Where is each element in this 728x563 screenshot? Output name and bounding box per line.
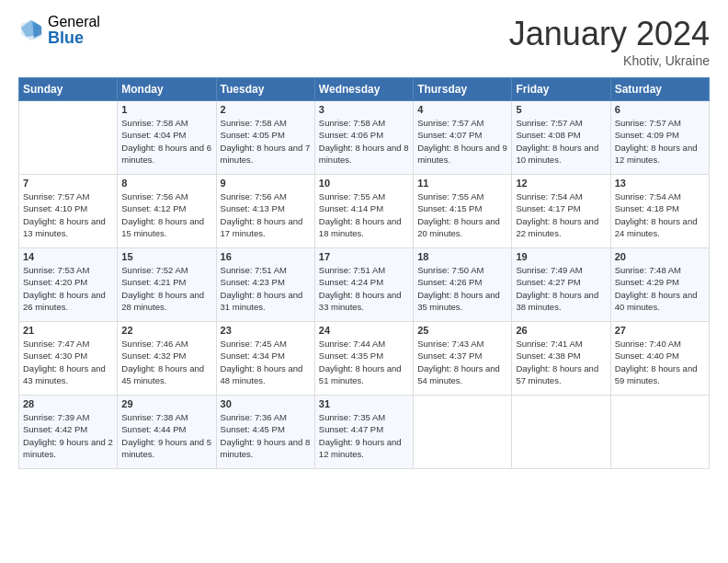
calendar-week-row: 7Sunrise: 7:57 AMSunset: 4:10 PMDaylight… [19,175,710,248]
calendar-cell: 25Sunrise: 7:43 AMSunset: 4:37 PMDayligh… [414,322,512,396]
daylight: Daylight: 8 hours and 9 minutes. [417,143,507,165]
day-number: 18 [417,251,507,262]
cell-content: Sunrise: 7:54 AMSunset: 4:18 PMDaylight:… [615,190,705,239]
day-number: 2 [221,104,311,115]
daylight: Daylight: 9 hours and 5 minutes. [121,437,211,459]
sunset: Sunset: 4:32 PM [121,350,186,361]
sunset: Sunset: 4:24 PM [319,277,383,287]
day-number: 16 [221,251,311,262]
cell-content: Sunrise: 7:49 AMSunset: 4:27 PMDaylight:… [516,264,606,313]
sunset: Sunset: 4:47 PM [319,424,383,434]
sunset: Sunset: 4:10 PM [23,203,87,213]
calendar-cell: 29Sunrise: 7:38 AMSunset: 4:44 PMDayligh… [118,396,216,469]
sunrise: Sunrise: 7:55 AM [417,191,483,201]
calendar-cell: 19Sunrise: 7:49 AMSunset: 4:27 PMDayligh… [512,248,610,322]
calendar-cell: 9Sunrise: 7:56 AMSunset: 4:13 PMDaylight… [216,175,314,248]
daylight: Daylight: 8 hours and 24 minutes. [615,216,698,238]
calendar-cell [19,101,118,175]
sunrise: Sunrise: 7:46 AM [121,339,188,349]
sunrise: Sunrise: 7:57 AM [23,191,89,201]
cell-content: Sunrise: 7:55 AMSunset: 4:14 PMDaylight:… [319,190,409,239]
calendar-week-row: 1Sunrise: 7:58 AMSunset: 4:04 PMDaylight… [19,101,710,175]
calendar-cell: 24Sunrise: 7:44 AMSunset: 4:35 PMDayligh… [314,322,413,396]
sunset: Sunset: 4:09 PM [615,130,679,140]
sunrise: Sunrise: 7:58 AM [319,118,385,128]
day-number: 4 [417,104,507,115]
weekday-header-sunday: Sunday [19,78,118,101]
calendar-cell: 20Sunrise: 7:48 AMSunset: 4:29 PMDayligh… [610,248,709,322]
cell-content: Sunrise: 7:40 AMSunset: 4:40 PMDaylight:… [615,338,705,386]
day-number: 21 [23,325,113,336]
cell-content: Sunrise: 7:57 AMSunset: 4:08 PMDaylight:… [516,117,606,166]
logo-blue: Blue [48,29,100,46]
page-header: General Blue January 2024 Khotiv, Ukrain… [18,15,710,68]
cell-content: Sunrise: 7:47 AMSunset: 4:30 PMDaylight:… [23,338,113,386]
weekday-header-saturday: Saturday [610,78,709,101]
daylight: Daylight: 9 hours and 2 minutes. [23,437,113,459]
daylight: Daylight: 8 hours and 59 minutes. [615,363,698,385]
cell-content: Sunrise: 7:57 AMSunset: 4:07 PMDaylight:… [417,117,507,166]
cell-content: Sunrise: 7:53 AMSunset: 4:20 PMDaylight:… [23,264,113,313]
logo: General Blue [18,15,100,46]
daylight: Daylight: 8 hours and 45 minutes. [121,363,204,385]
sunset: Sunset: 4:30 PM [23,350,87,361]
cell-content: Sunrise: 7:57 AMSunset: 4:09 PMDaylight:… [615,117,705,166]
sunset: Sunset: 4:45 PM [221,424,285,434]
calendar-page: General Blue January 2024 Khotiv, Ukrain… [0,0,728,563]
daylight: Daylight: 8 hours and 13 minutes. [23,216,106,238]
calendar-cell: 31Sunrise: 7:35 AMSunset: 4:47 PMDayligh… [314,396,413,469]
calendar-cell: 14Sunrise: 7:53 AMSunset: 4:20 PMDayligh… [19,248,118,322]
daylight: Daylight: 8 hours and 48 minutes. [221,363,303,385]
day-number: 25 [417,325,507,336]
day-number: 7 [23,178,113,189]
sunrise: Sunrise: 7:49 AM [516,265,582,275]
weekday-header-row: SundayMondayTuesdayWednesdayThursdayFrid… [19,78,710,101]
sunrise: Sunrise: 7:35 AM [319,412,385,422]
calendar-cell: 26Sunrise: 7:41 AMSunset: 4:38 PMDayligh… [512,322,610,396]
day-number: 22 [121,325,211,336]
daylight: Daylight: 8 hours and 8 minutes. [319,143,409,165]
title-area: January 2024 Khotiv, Ukraine [509,15,710,68]
daylight: Daylight: 8 hours and 17 minutes. [221,216,303,238]
sunrise: Sunrise: 7:48 AM [615,265,681,275]
daylight: Daylight: 8 hours and 20 minutes. [417,216,500,238]
sunset: Sunset: 4:08 PM [516,130,580,140]
sunrise: Sunrise: 7:41 AM [516,339,582,349]
calendar-cell: 18Sunrise: 7:50 AMSunset: 4:26 PMDayligh… [414,248,512,322]
cell-content: Sunrise: 7:43 AMSunset: 4:37 PMDaylight:… [417,338,507,386]
daylight: Daylight: 8 hours and 33 minutes. [319,290,402,312]
daylight: Daylight: 9 hours and 12 minutes. [319,437,402,459]
sunset: Sunset: 4:17 PM [516,203,580,213]
day-number: 29 [121,398,211,409]
sunset: Sunset: 4:40 PM [615,350,679,361]
daylight: Daylight: 8 hours and 22 minutes. [516,216,598,238]
day-number: 11 [417,178,507,189]
cell-content: Sunrise: 7:39 AMSunset: 4:42 PMDaylight:… [23,411,113,460]
sunrise: Sunrise: 7:40 AM [615,339,681,349]
weekday-header-tuesday: Tuesday [216,78,314,101]
sunset: Sunset: 4:44 PM [121,424,186,434]
sunrise: Sunrise: 7:54 AM [516,191,582,201]
cell-content: Sunrise: 7:56 AMSunset: 4:13 PMDaylight:… [221,190,311,239]
calendar-cell: 5Sunrise: 7:57 AMSunset: 4:08 PMDaylight… [512,101,610,175]
calendar-cell: 7Sunrise: 7:57 AMSunset: 4:10 PMDaylight… [19,175,118,248]
sunset: Sunset: 4:14 PM [319,203,383,213]
sunrise: Sunrise: 7:47 AM [23,339,89,349]
cell-content: Sunrise: 7:38 AMSunset: 4:44 PMDaylight:… [121,411,211,460]
daylight: Daylight: 9 hours and 8 minutes. [221,437,311,459]
calendar-cell: 6Sunrise: 7:57 AMSunset: 4:09 PMDaylight… [610,101,709,175]
day-number: 8 [121,178,211,189]
daylight: Daylight: 8 hours and 35 minutes. [417,290,500,312]
weekday-header-thursday: Thursday [414,78,512,101]
sunset: Sunset: 4:26 PM [417,277,482,287]
sunset: Sunset: 4:15 PM [417,203,482,213]
daylight: Daylight: 8 hours and 26 minutes. [23,290,106,312]
sunset: Sunset: 4:18 PM [615,203,679,213]
sunset: Sunset: 4:34 PM [221,350,285,361]
sunrise: Sunrise: 7:58 AM [221,118,287,128]
day-number: 1 [121,104,211,115]
calendar-cell: 13Sunrise: 7:54 AMSunset: 4:18 PMDayligh… [610,175,709,248]
daylight: Daylight: 8 hours and 28 minutes. [121,290,204,312]
daylight: Daylight: 8 hours and 43 minutes. [23,363,106,385]
calendar-cell: 27Sunrise: 7:40 AMSunset: 4:40 PMDayligh… [610,322,709,396]
